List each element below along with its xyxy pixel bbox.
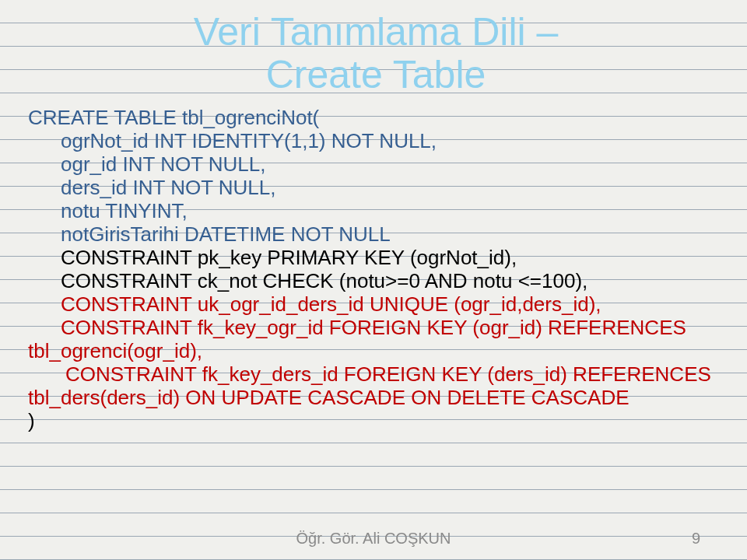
code-line-constraint-fk-ogr-b: tbl_ogrenci(ogr_id),: [28, 339, 724, 362]
code-line-col-notgiristarihi: notGirisTarihi DATETIME NOT NULL: [28, 222, 724, 246]
code-line-constraint-uk: CONSTRAINT uk_ogr_id_ders_id UNIQUE (ogr…: [28, 292, 724, 316]
code-line-constraint-fk-ders-b: tbl_ders(ders_id) ON UPDATE CASCADE ON D…: [28, 386, 724, 409]
code-line-col-notu: notu TINYINT,: [28, 199, 724, 222]
footer-author: Öğr. Gör. Ali COŞKUN: [0, 530, 747, 548]
page-number: 9: [692, 530, 700, 548]
title-line-1: Veri Tanımlama Dili –: [194, 10, 559, 54]
code-line-create: CREATE TABLE tbl_ogrenciNot(: [28, 106, 724, 129]
code-line-constraint-fk-ogr-a: CONSTRAINT fk_key_ogr_id FOREIGN KEY (og…: [28, 316, 724, 339]
code-line-col-dersid: ders_id INT NOT NULL,: [28, 176, 724, 199]
slide-content: Veri Tanımlama Dili – Create Table CREAT…: [28, 11, 724, 432]
code-line-constraint-pk: CONSTRAINT pk_key PRIMARY KEY (ogrNot_id…: [28, 246, 724, 269]
slide-title: Veri Tanımlama Dili – Create Table: [28, 11, 724, 96]
code-line-constraint-ck: CONSTRAINT ck_not CHECK (notu>=0 AND not…: [28, 269, 724, 292]
code-line-constraint-fk-ders-a: CONSTRAINT fk_key_ders_id FOREIGN KEY (d…: [28, 362, 724, 386]
slide: Veri Tanımlama Dili – Create Table CREAT…: [0, 0, 747, 560]
title-line-2: Create Table: [28, 54, 724, 96]
code-line-col-ogrnot: ogrNot_id INT IDENTITY(1,1) NOT NULL,: [28, 129, 724, 152]
code-block: CREATE TABLE tbl_ogrenciNot( ogrNot_id I…: [28, 106, 724, 432]
code-line-col-ogrid: ogr_id INT NOT NULL,: [28, 152, 724, 176]
code-line-close: ): [28, 409, 724, 432]
